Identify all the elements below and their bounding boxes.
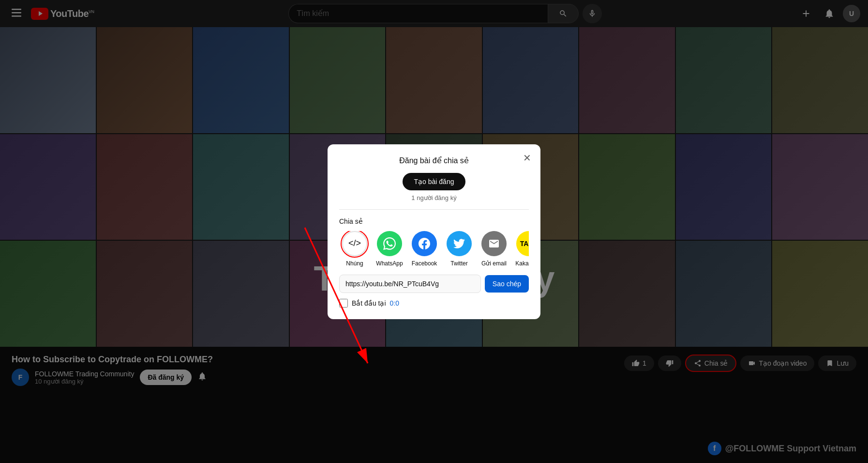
share-item-twitter[interactable]: Twitter	[444, 231, 475, 267]
subscriber-count: 1 người đăng ký	[339, 194, 529, 201]
embed-icon: </>	[342, 231, 367, 256]
url-input[interactable]	[339, 275, 481, 293]
facebook-icon	[412, 231, 437, 256]
start-at-row: Bắt đầu tại 0:0	[339, 299, 529, 308]
share-item-email[interactable]: Gửi email	[479, 231, 509, 267]
start-at-label: Bắt đầu tại	[352, 299, 386, 307]
share-item-facebook[interactable]: Facebook	[409, 231, 440, 267]
email-label: Gửi email	[481, 260, 507, 267]
modal-divider	[339, 209, 529, 210]
start-at-checkbox[interactable]	[339, 299, 348, 308]
share-item-whatsapp[interactable]: WhatsApp	[374, 231, 405, 267]
share-modal: ✕ Đăng bài để chia sẻ Tạo bài đăng 1 ngư…	[328, 144, 540, 319]
modal-title: Đăng bài để chia sẻ	[339, 156, 529, 165]
close-modal-button[interactable]: ✕	[519, 150, 535, 166]
whatsapp-icon	[377, 231, 402, 256]
start-at-time: 0:0	[390, 299, 399, 307]
modal-overlay: ✕ Đăng bài để chia sẻ Tạo bài đăng 1 ngư…	[0, 0, 868, 463]
whatsapp-label: WhatsApp	[376, 260, 403, 267]
share-item-kakaotalk[interactable]: TALK KakaoTalk	[513, 231, 529, 267]
twitter-label: Twitter	[450, 260, 467, 267]
embed-label: Nhúng	[346, 260, 363, 267]
share-options: </> Nhúng WhatsApp Faceboo	[339, 231, 529, 267]
modal-header: Đăng bài để chia sẻ Tạo bài đăng 1 người…	[339, 156, 529, 201]
facebook-label: Facebook	[412, 260, 437, 267]
share-item-embed[interactable]: </> Nhúng	[339, 231, 370, 267]
url-row: Sao chép	[339, 275, 529, 293]
email-icon	[481, 231, 507, 256]
kakaotalk-icon: TALK	[516, 231, 529, 256]
copy-button[interactable]: Sao chép	[485, 275, 529, 293]
kakaotalk-label: KakaoTalk	[515, 260, 529, 267]
twitter-icon	[447, 231, 472, 256]
share-section-title: Chia sẻ	[339, 217, 529, 225]
create-post-button[interactable]: Tạo bài đăng	[403, 173, 466, 190]
